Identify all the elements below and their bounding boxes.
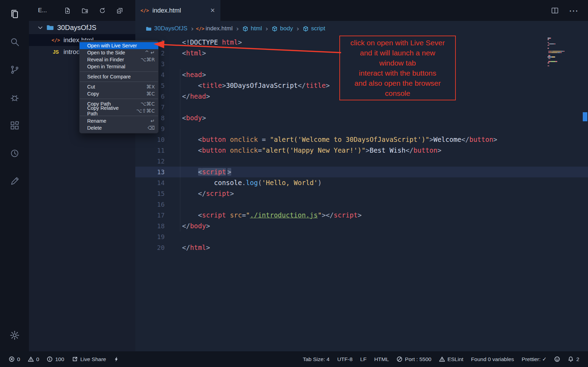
code-line-7[interactable]: 7 (135, 102, 588, 113)
code-line-15[interactable]: 15 </script> (135, 188, 588, 199)
menu-item-label: Open in Terminal (87, 64, 125, 69)
code-line-12[interactable]: 12 (135, 156, 588, 167)
warning-icon (28, 356, 34, 362)
close-tab-icon[interactable]: × (210, 7, 215, 14)
menu-item-copy[interactable]: Copy⌘C (80, 90, 158, 97)
code-line-11[interactable]: 11 <button onclick="alert('Happy New Yea… (135, 145, 588, 156)
activity-source-control[interactable] (0, 56, 29, 84)
collapse-all-icon[interactable] (116, 7, 123, 14)
activity-search[interactable] (0, 28, 29, 56)
menu-shortcut: ⌥⌘R (141, 57, 155, 62)
refresh-icon[interactable] (99, 7, 106, 14)
more-actions-icon[interactable]: ⋯ (569, 5, 578, 16)
menu-shortcut: ⌘C (146, 91, 155, 97)
code-line-19[interactable]: 19 (135, 231, 588, 242)
breadcrumb-30daysofjs[interactable]: 30DaysOfJS (146, 25, 187, 32)
status-live-share[interactable]: Live Share (68, 351, 110, 367)
menu-item-reveal-in-finder[interactable]: Reveal in Finder⌥⌘R (80, 56, 158, 63)
menu-item-label: Copy (87, 91, 99, 97)
breadcrumb-label: html (251, 25, 262, 32)
activity-bar-bottom (0, 324, 29, 346)
minimap[interactable] (548, 38, 581, 67)
annotation-line: click on open with Live Sever (341, 38, 454, 48)
tree-root-folder[interactable]: 30DaysOfJS (29, 21, 135, 34)
menu-item-open-with-live-server[interactable]: Open with Live Server (80, 42, 158, 49)
source-control-icon (9, 64, 20, 75)
menu-item-cut[interactable]: Cut⌘X (80, 83, 158, 90)
new-folder-icon[interactable] (81, 7, 89, 14)
status-text: Live Share (80, 356, 106, 362)
menu-item-label: Open to the Side (87, 50, 125, 55)
code-line-9[interactable]: 9 (135, 123, 588, 134)
indent-guide (180, 69, 180, 231)
cube-icon (303, 26, 309, 32)
line-content: <head> (182, 69, 206, 80)
menu-item-label: Copy Relative Path (87, 105, 130, 116)
menu-item-select-for-compare[interactable]: Select for Compare (80, 73, 158, 80)
menu-item-open-in-terminal[interactable]: Open in Terminal (80, 63, 158, 70)
code-line-13[interactable]: 13 <script> (135, 167, 588, 177)
activity-extensions[interactable] (0, 112, 29, 139)
status-text: UTF-8 (337, 356, 353, 362)
activity-settings[interactable] (0, 324, 29, 346)
code-line-16[interactable]: 16 (135, 199, 588, 210)
status-eol[interactable]: LF (356, 351, 370, 367)
status-quick-action[interactable] (110, 351, 123, 367)
code-line-20[interactable]: 20</html> (135, 242, 588, 253)
code-line-14[interactable]: 14 console.log('Hello, World') (135, 177, 588, 188)
breadcrumb-label: 30DaysOfJS (154, 25, 187, 32)
breadcrumb-index-html[interactable]: </>index.html (197, 25, 232, 32)
line-number: 17 (135, 210, 165, 221)
status-bar-left: 00100Live Share (5, 351, 123, 367)
line-number: 20 (135, 242, 165, 253)
tab-index-html[interactable]: </> index.html × (135, 0, 220, 21)
activity-feedback[interactable] (0, 167, 29, 195)
feedback-icon (9, 176, 20, 186)
menu-item-delete[interactable]: Delete⌫ (80, 124, 158, 131)
port-icon (397, 356, 402, 362)
status-text: 2 (576, 356, 579, 362)
annotation-line: interact with the buttons (341, 68, 454, 78)
code-line-8[interactable]: 8<body> (135, 113, 588, 123)
root-folder-label: 30DaysOfJS (57, 24, 96, 32)
status-info-count[interactable]: 100 (43, 351, 68, 367)
status-problems-errors[interactable]: 0 (5, 351, 24, 367)
status-feedback-smiley[interactable] (550, 351, 564, 367)
editor-actions: ⋯ (551, 0, 588, 21)
status-live-server-port[interactable]: Port : 5500 (393, 351, 435, 367)
explorer-title: E... (38, 7, 47, 14)
html-file-icon: </> (141, 7, 149, 14)
status-tab-size[interactable]: Tab Size: 4 (299, 351, 333, 367)
menu-shortcut: ^ ↵ (145, 50, 155, 55)
code-line-17[interactable]: 17 <script src="./introduction.js"></scr… (135, 210, 588, 221)
annotation-box: click on open with Live Severand it will… (339, 36, 456, 100)
activity-run-debug[interactable] (0, 84, 29, 112)
menu-item-open-to-the-side[interactable]: Open to the Side^ ↵ (80, 49, 158, 56)
code-line-10[interactable]: 10 <button onclick = "alert('Welcome to … (135, 134, 588, 145)
activity-history[interactable] (0, 139, 29, 167)
split-editor-icon[interactable] (551, 6, 559, 15)
status-prettier[interactable]: Prettier: ✓ (518, 351, 551, 367)
tab-bar: </> index.html × ⋯ (135, 0, 588, 21)
code-line-18[interactable]: 18</body> (135, 221, 588, 231)
status-encoding[interactable]: UTF-8 (333, 351, 356, 367)
breadcrumb-separator: › (265, 24, 268, 33)
activity-bar (0, 0, 29, 351)
breadcrumb-body[interactable]: body (272, 25, 293, 32)
status-problems-warnings[interactable]: 0 (24, 351, 43, 367)
breadcrumb-script[interactable]: script (303, 25, 325, 32)
activity-bar-top (0, 0, 29, 195)
menu-item-rename[interactable]: Rename↵ (80, 117, 158, 124)
breadcrumb-html[interactable]: html (242, 25, 262, 32)
status-eslint[interactable]: ESLint (435, 351, 467, 367)
status-variables-found[interactable]: Found 0 variables (467, 351, 518, 367)
activity-explorer[interactable] (0, 0, 29, 28)
menu-item-copy-relative-path[interactable]: Copy Relative Path⌥⇧⌘C (80, 107, 158, 114)
smiley-icon (554, 356, 560, 362)
line-content: </script> (182, 188, 234, 199)
new-file-icon[interactable] (64, 7, 71, 14)
annotation-line: window tab (341, 58, 454, 68)
status-text: Found 0 variables (471, 356, 514, 362)
status-language-mode[interactable]: HTML (370, 351, 393, 367)
status-notifications[interactable]: 2 (564, 351, 583, 367)
